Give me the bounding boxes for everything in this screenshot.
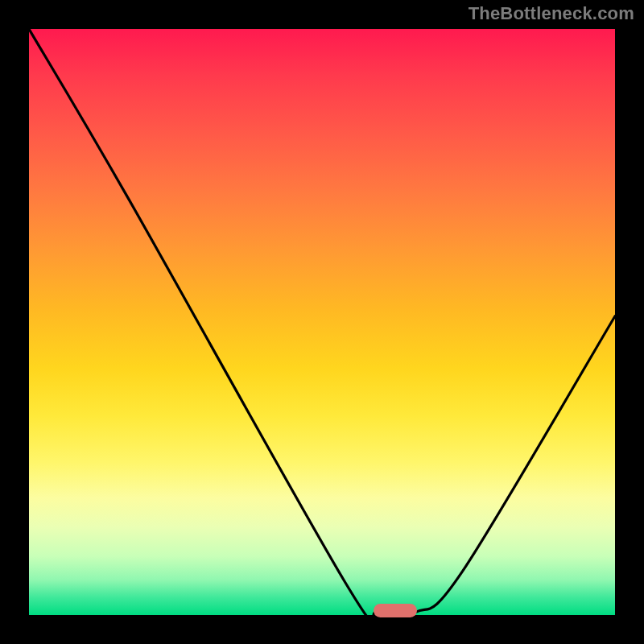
curve-svg — [29, 29, 615, 615]
optimal-marker — [374, 604, 416, 617]
bottleneck-curve — [29, 29, 615, 615]
chart-container: TheBottleneck.com — [0, 0, 644, 644]
plot-area — [29, 29, 615, 615]
attribution-label: TheBottleneck.com — [469, 3, 634, 24]
